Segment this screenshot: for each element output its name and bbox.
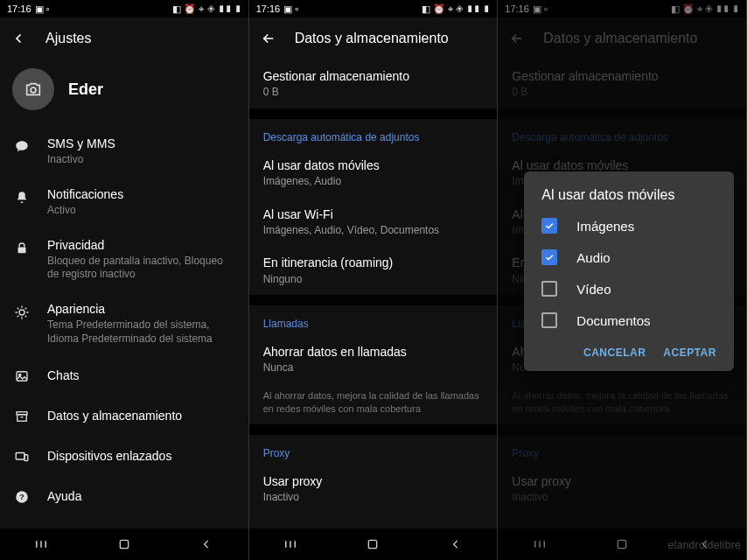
nav-home[interactable] [115, 536, 134, 552]
row-save-calls[interactable]: Ahorrar datos en llamadas Nunca [249, 335, 498, 384]
menu-linked-devices[interactable]: Dispositivos enlazados [0, 436, 248, 476]
dialog-accept-button[interactable]: ACEPTAR [663, 346, 716, 359]
svg-point-0 [31, 88, 36, 93]
checkbox-icon[interactable] [541, 249, 557, 265]
screen-data-storage: 17:16▣ ▫ ◧ ⏰ ⌖ ◈ ▮▮ ▮ Datos y almacenami… [249, 0, 499, 560]
back-arrow-icon[interactable] [260, 30, 277, 47]
checkbox-icon[interactable] [541, 218, 557, 234]
svg-rect-13 [618, 540, 625, 548]
menu-data-storage[interactable]: Datos y almacenamiento [0, 396, 248, 436]
check-documents[interactable]: Documentos [524, 304, 734, 336]
help-icon: ? [12, 487, 31, 507]
profile-row[interactable]: Eder [0, 60, 248, 126]
svg-rect-1 [18, 247, 26, 253]
dialog-cancel-button[interactable]: CANCELAR [583, 346, 646, 359]
checkbox-icon[interactable] [541, 281, 557, 297]
screen-dialog: 17:16▣ ▫ ◧ ⏰ ⌖ ◈ ▮▮ ▮ Datos y almacenami… [498, 0, 747, 560]
menu-help[interactable]: ? Ayuda [0, 476, 248, 516]
row-proxy: Usar proxy Inactivo [498, 465, 746, 514]
chat-bubble-icon [12, 137, 31, 157]
section-calls: Llamadas [249, 305, 498, 335]
note-save-calls: Al ahorrar datos, mejora la calidad de l… [249, 384, 498, 424]
nav-back[interactable] [446, 536, 465, 552]
page-title: Datos y almacenamiento [543, 31, 697, 46]
row-storage: Gestionar almacenamiento 0 B [498, 60, 746, 108]
divider [498, 424, 746, 435]
nav-home[interactable] [363, 536, 382, 552]
archive-icon [12, 407, 31, 426]
svg-rect-3 [17, 372, 27, 382]
svg-rect-11 [120, 540, 128, 548]
nav-bar [249, 528, 498, 560]
check-video[interactable]: Vídeo [524, 273, 734, 304]
status-bar: 17:16▣ ▫ ◧ ⏰ ⌖ ◈ ▮▮ ▮ [498, 0, 746, 18]
page-title: Datos y almacenamiento [295, 31, 449, 46]
svg-point-2 [19, 310, 24, 315]
back-arrow-icon [508, 30, 526, 47]
checkbox-icon[interactable] [541, 312, 557, 328]
section-proxy: Proxy [498, 435, 746, 465]
divider [249, 295, 498, 305]
nav-recent[interactable] [31, 536, 51, 552]
section-auto-download: Descarga automática de adjuntos [249, 119, 498, 149]
nav-recent[interactable] [530, 536, 549, 552]
status-bar: 17:16▣ ▫ ◧ ⏰ ⌖ ◈ ▮▮ ▮ [0, 0, 248, 18]
menu-sms[interactable]: SMS y MMS Inactivo [0, 126, 248, 177]
page-title: Ajustes [45, 31, 91, 46]
check-audio[interactable]: Audio [524, 242, 734, 273]
nav-back[interactable] [197, 536, 216, 552]
nav-home[interactable] [612, 536, 632, 552]
divider [249, 108, 498, 119]
menu-appearance[interactable]: Apariencia Tema Predeterminado del siste… [0, 291, 248, 355]
back-arrow-icon[interactable] [10, 30, 28, 47]
check-images[interactable]: Imágenes [524, 210, 734, 242]
dialog-title: Al usar datos móviles [524, 187, 734, 210]
nav-recent[interactable] [281, 536, 300, 552]
svg-rect-8 [24, 455, 28, 461]
watermark: elandroidelibre [668, 539, 741, 551]
dialog-mobile-data: Al usar datos móviles Imágenes Audio Víd… [524, 172, 734, 371]
menu-notifications[interactable]: Notificaciones Activo [0, 177, 248, 228]
svg-rect-7 [16, 453, 24, 460]
camera-icon [24, 80, 43, 99]
svg-text:?: ? [19, 494, 24, 502]
app-bar: Datos y almacenamiento [249, 18, 498, 60]
menu-privacy[interactable]: Privacidad Bloqueo de pantalla inactivo,… [0, 228, 248, 291]
profile-name: Eder [68, 80, 103, 99]
nav-bar [0, 528, 248, 560]
note-save-calls: Al ahorrar datos, mejora la calidad de l… [498, 384, 746, 424]
image-icon [12, 367, 31, 386]
brightness-icon [12, 303, 31, 322]
row-roaming[interactable]: En itinerancia (roaming) Ninguno [249, 246, 498, 295]
avatar[interactable] [12, 68, 54, 110]
devices-icon [12, 447, 31, 466]
status-bar: 17:16▣ ▫ ◧ ⏰ ⌖ ◈ ▮▮ ▮ [249, 0, 498, 18]
row-wifi[interactable]: Al usar Wi-Fi Imágenes, Audio, Vídeo, Do… [249, 198, 498, 247]
divider [498, 108, 746, 119]
section-auto-download: Descarga automática de adjuntos [498, 119, 746, 149]
section-proxy: Proxy [249, 435, 498, 465]
app-bar: Ajustes [0, 18, 248, 60]
screen-settings: 17:16▣ ▫ ◧ ⏰ ⌖ ◈ ▮▮ ▮ Ajustes Eder SMS y… [0, 0, 249, 560]
row-proxy[interactable]: Usar proxy Inactivo [249, 465, 498, 514]
menu-advanced[interactable]: Avanzado [0, 516, 248, 528]
divider [249, 424, 498, 435]
svg-rect-12 [369, 540, 377, 548]
row-storage[interactable]: Gestionar almacenamiento 0 B [249, 60, 498, 108]
menu-chats[interactable]: Chats [0, 355, 248, 396]
row-mobile-data[interactable]: Al usar datos móviles Imágenes, Audio [249, 149, 498, 198]
svg-rect-6 [17, 415, 27, 422]
lock-icon [12, 239, 31, 258]
app-bar: Datos y almacenamiento [498, 18, 746, 60]
bell-icon [12, 188, 31, 207]
